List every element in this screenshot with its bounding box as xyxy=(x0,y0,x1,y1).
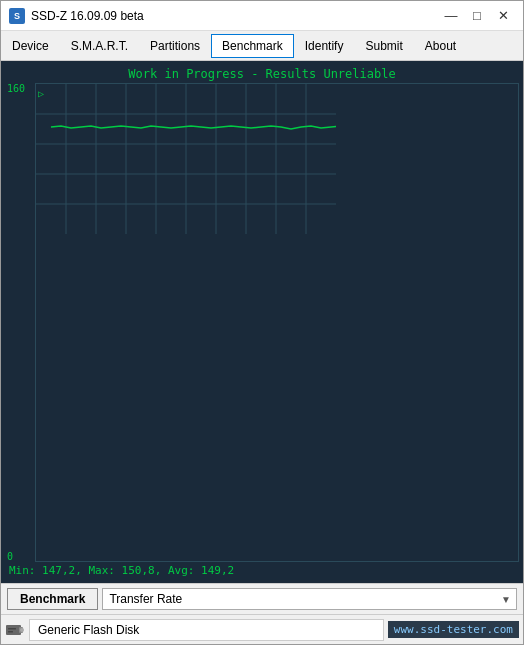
menu-item-identify[interactable]: Identify xyxy=(294,34,355,58)
main-window: S SSD-Z 16.09.09 beta — □ ✕ Device S.M.A… xyxy=(0,0,524,645)
maximize-button[interactable]: □ xyxy=(465,6,489,26)
menu-item-smart[interactable]: S.M.A.R.T. xyxy=(60,34,139,58)
status-bar: Generic Flash Disk www.ssd-tester.com xyxy=(1,614,523,644)
window-controls: — □ ✕ xyxy=(439,6,515,26)
benchmark-button[interactable]: Benchmark xyxy=(7,588,98,610)
transfer-rate-select[interactable]: Transfer Rate Access Time Burst Rate xyxy=(102,588,517,610)
chart-wrapper: 160 0 xyxy=(5,83,519,562)
y-min-label: 0 xyxy=(7,551,33,562)
usb-drive-icon xyxy=(5,621,25,639)
chart-area: ▷ xyxy=(35,83,519,562)
y-axis: 160 0 xyxy=(5,83,35,562)
menu-item-submit[interactable]: Submit xyxy=(354,34,413,58)
svg-rect-18 xyxy=(8,631,13,633)
svg-text:▷: ▷ xyxy=(38,88,44,99)
transfer-select-wrapper: Transfer Rate Access Time Burst Rate ▼ xyxy=(102,588,517,610)
svg-rect-14 xyxy=(6,625,21,635)
content-area: Work in Progress - Results Unreliable 16… xyxy=(1,61,523,583)
website-label: www.ssd-tester.com xyxy=(388,621,519,638)
chart-stats: Min: 147,2, Max: 150,8, Avg: 149,2 xyxy=(5,562,519,579)
title-bar: S SSD-Z 16.09.09 beta — □ ✕ xyxy=(1,1,523,31)
bottom-bar: Benchmark Transfer Rate Access Time Burs… xyxy=(1,583,523,614)
svg-point-16 xyxy=(20,628,24,632)
svg-rect-17 xyxy=(8,628,16,630)
minimize-button[interactable]: — xyxy=(439,6,463,26)
window-title: SSD-Z 16.09.09 beta xyxy=(31,9,144,23)
title-bar-left: S SSD-Z 16.09.09 beta xyxy=(9,8,144,24)
app-icon: S xyxy=(9,8,25,24)
menu-bar: Device S.M.A.R.T. Partitions Benchmark I… xyxy=(1,31,523,61)
drive-icon-container xyxy=(5,620,25,640)
chart-title: Work in Progress - Results Unreliable xyxy=(5,65,519,83)
menu-item-partitions[interactable]: Partitions xyxy=(139,34,211,58)
menu-item-about[interactable]: About xyxy=(414,34,467,58)
menu-item-device[interactable]: Device xyxy=(1,34,60,58)
chart-grid-svg: ▷ xyxy=(36,84,336,234)
menu-item-benchmark[interactable]: Benchmark xyxy=(211,34,294,58)
disk-name: Generic Flash Disk xyxy=(29,619,384,641)
y-max-label: 160 xyxy=(7,83,33,94)
close-button[interactable]: ✕ xyxy=(491,6,515,26)
